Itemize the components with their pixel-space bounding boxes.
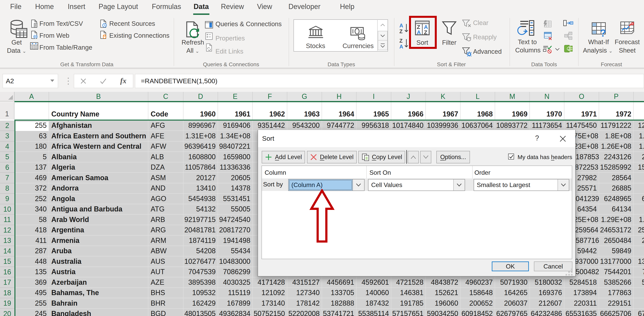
svg-text:Z: Z — [399, 38, 402, 44]
svg-text:J: J — [568, 47, 570, 51]
svg-text:Z: Z — [399, 29, 402, 34]
svg-text:?: ? — [600, 27, 606, 37]
svg-text:A: A — [399, 44, 403, 49]
svg-text:A: A — [399, 23, 403, 29]
